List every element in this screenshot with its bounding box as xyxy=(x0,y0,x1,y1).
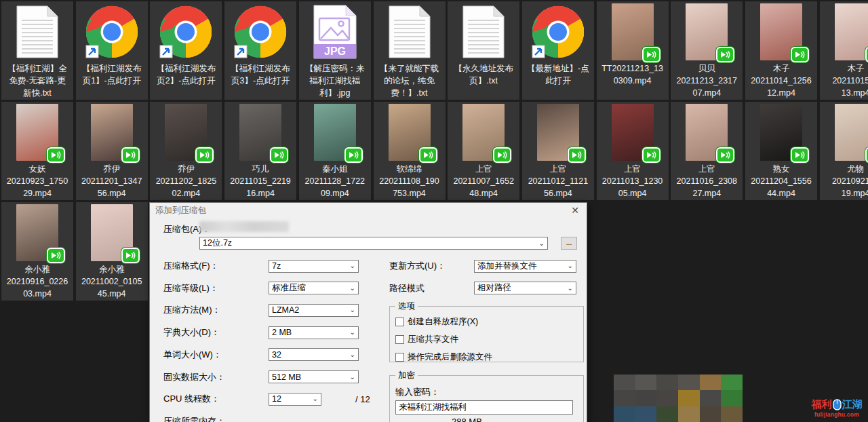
cpu-threads-value: 12 xyxy=(272,394,281,404)
file-tile[interactable]: JPG 贝贝 20211213_2317 07.mp4 xyxy=(671,1,743,100)
field-combobox[interactable]: 标准压缩 ⌄ xyxy=(269,282,359,294)
media-player-badge xyxy=(344,147,363,163)
file-icon-area: JPG xyxy=(150,1,222,62)
file-tile[interactable]: JPG 乔伊 20211201_1347 56.mp4 xyxy=(76,102,148,200)
field-combobox[interactable]: 512 MB ⌄ xyxy=(269,370,359,383)
file-name: 秦小姐 20211128_1722 09.mp4 xyxy=(300,163,370,199)
file-tile[interactable]: JPG 熟女 20211204_1556 44.mp4 xyxy=(745,102,817,200)
file-icon-area: JPG xyxy=(671,1,743,62)
mosaic-cell xyxy=(614,375,635,390)
file-tile[interactable]: JPG TT20211213_13 0309.mp4 xyxy=(597,1,669,100)
media-player-badge xyxy=(47,147,65,163)
file-tile[interactable]: JPG 【来了就能下载 的论坛，纯免 费！】.txt xyxy=(374,1,446,100)
file-icon-area: JPG xyxy=(522,102,594,163)
field-value: LZMA2 xyxy=(272,305,299,315)
field-value: 2 MB xyxy=(272,328,292,337)
file-tile[interactable]: JPG 上官 20211012_1121 56.mp4 xyxy=(522,102,594,200)
file-tile[interactable]: JPG 木子 20211014_1256 12.mp4 xyxy=(745,1,817,100)
checkbox-unchecked[interactable] xyxy=(395,335,404,344)
checkbox-unchecked[interactable] xyxy=(395,318,404,326)
file-icon-area: JPG xyxy=(597,1,669,62)
field-value: 标准压缩 xyxy=(272,282,306,294)
file-tile[interactable]: JPG 余小雅 20211002_0105 45.mp4 xyxy=(76,202,148,301)
field-combobox[interactable]: 添加并替换文件 ⌄ xyxy=(474,260,576,273)
field-combobox[interactable]: LZMA2 ⌄ xyxy=(269,304,359,317)
chevron-down-icon: ⌄ xyxy=(350,263,355,269)
file-tile[interactable]: JPG 木子 20211015_1 13.mp4 xyxy=(820,1,868,100)
file-name: 上官 20211013_1230 05.mp4 xyxy=(597,163,668,199)
file-tile[interactable]: JPG 女妖 20210923_1750 29.mp4 xyxy=(1,102,73,200)
file-tile[interactable]: JPG 巧儿 20211015_2219 16.mp4 xyxy=(224,102,296,200)
file-name: 【福利江湖】全 免费-无套路-更 新快.txt xyxy=(2,62,73,99)
field-row: 字典大小(D)： 2 MB ⌄ xyxy=(163,326,387,339)
password-input[interactable] xyxy=(395,400,573,415)
file-tile[interactable]: JPG 乔伊 20211202_1825 02.mp4 xyxy=(150,102,222,200)
media-player-badge xyxy=(121,147,140,163)
field-value: 32 xyxy=(272,350,281,360)
mosaic-cell xyxy=(700,390,722,406)
video-thumbnail xyxy=(612,3,654,60)
video-thumbnail xyxy=(165,104,207,161)
mosaic-cell xyxy=(700,375,722,390)
media-player-badge xyxy=(716,147,734,163)
cpu-threads-combobox[interactable]: 12 ⌄ xyxy=(269,393,321,406)
field-combobox[interactable]: 相对路径 ⌄ xyxy=(474,282,576,294)
text-file-icon xyxy=(389,5,431,58)
censored-archive-path xyxy=(199,221,289,232)
memory-label: 压缩所需内存： xyxy=(163,415,225,422)
archive-name-combobox[interactable]: 12位.7z ⌄ xyxy=(199,237,548,250)
mosaic-cell xyxy=(700,406,722,422)
mosaic-cell xyxy=(678,375,700,390)
mosaic-cell xyxy=(678,406,700,422)
file-tile[interactable]: JPG 上官 20211016_2308 27.mp4 xyxy=(671,102,743,200)
file-tile[interactable]: JPG 【福利江湖发布 页3】-点此打开 xyxy=(224,1,296,100)
file-name: 乔伊 20211201_1347 56.mp4 xyxy=(77,163,147,199)
field-combobox[interactable]: 32 ⌄ xyxy=(269,348,359,361)
file-tile[interactable]: JPG 秦小姐 20211128_1722 09.mp4 xyxy=(299,102,371,200)
browse-button[interactable]: ... xyxy=(561,237,577,250)
file-tile[interactable]: JPG 【福利江湖发布 页2】-点此打开 xyxy=(150,1,222,100)
file-icon-area: JPG xyxy=(820,1,868,62)
field-label: 压缩等级(L)： xyxy=(163,282,218,294)
media-player-badge xyxy=(195,147,214,163)
video-thumbnail xyxy=(239,104,281,161)
file-name: 巧儿 20211015_2219 16.mp4 xyxy=(225,163,296,199)
checkbox-unchecked[interactable] xyxy=(395,353,404,362)
field-combobox[interactable]: 7z ⌄ xyxy=(269,260,359,273)
media-player-badge xyxy=(121,248,140,263)
file-tile[interactable]: JPG 【解压密码：来 福利江湖找福 利】.jpg xyxy=(299,1,371,100)
field-value: 7z xyxy=(272,261,281,271)
file-tile[interactable]: JPG 【永久地址发布 页】.txt xyxy=(448,1,519,100)
file-icon-area: JPG xyxy=(820,102,868,163)
field-row: 固实数据大小： 512 MB ⌄ xyxy=(163,371,387,383)
file-icon-area: JPG xyxy=(1,1,73,62)
password-label: 输入密码： xyxy=(395,386,439,398)
file-name: 上官 20211016_2308 27.mp4 xyxy=(671,163,742,199)
mosaic-cell xyxy=(656,406,678,422)
mosaic-cell xyxy=(721,390,743,406)
archive-name-value: 12位.7z xyxy=(203,237,232,249)
chrome-shortcut-icon xyxy=(85,5,139,59)
media-player-badge xyxy=(865,47,868,62)
file-tile[interactable]: JPG 【最新地址】-点 此打开 xyxy=(522,1,594,100)
file-tile[interactable]: JPG 【福利江湖发布 页1】-点此打开 xyxy=(76,1,148,100)
file-icon-area: JPG xyxy=(374,1,446,62)
file-tile[interactable]: JPG 上官 20211013_1230 05.mp4 xyxy=(597,102,669,200)
file-icon-area: JPG xyxy=(299,1,371,62)
file-tile[interactable]: JPG 【福利江湖】全 免费-无套路-更 新快.txt xyxy=(1,1,73,100)
close-icon[interactable]: ✕ xyxy=(569,205,581,216)
video-thumbnail xyxy=(16,104,58,161)
field-combobox[interactable]: 2 MB ⌄ xyxy=(269,326,359,339)
file-tile[interactable]: JPG 余小雅 20210916_0226 03.mp4 xyxy=(1,202,73,301)
file-tile[interactable]: JPG 尤物 20210921_1 19.mp4 xyxy=(820,102,868,200)
file-tile[interactable]: JPG 上官 20211007_1652 48.mp4 xyxy=(448,102,519,200)
file-name: 上官 20211007_1652 48.mp4 xyxy=(448,163,519,199)
file-name: 上官 20211012_1121 56.mp4 xyxy=(523,163,593,199)
media-player-badge xyxy=(642,147,660,163)
file-name: 木子 20211015_1 13.mp4 xyxy=(821,62,868,99)
dialog-titlebar[interactable]: 添加到压缩包 ✕ xyxy=(150,203,587,218)
field-label: 更新方式(U)： xyxy=(389,260,446,272)
video-thumbnail xyxy=(686,104,728,161)
file-tile[interactable]: JPG 软绵绵 220211108_190 753.mp4 xyxy=(374,102,446,200)
mouse-icon xyxy=(833,399,842,410)
